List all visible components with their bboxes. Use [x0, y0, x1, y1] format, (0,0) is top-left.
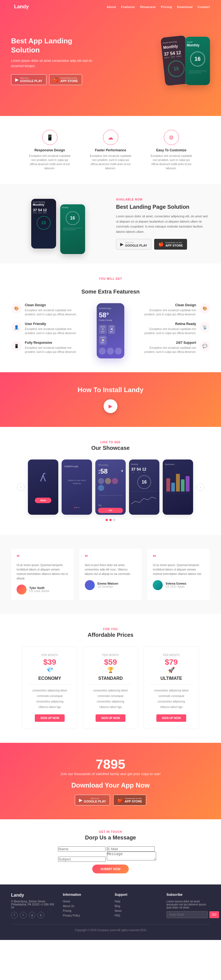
feature-right-2-desc: Excepteur sint occaecat cupidatat non pr… — [143, 327, 196, 335]
cta-apple-icon: 🍎 — [118, 797, 123, 803]
testimonial-1-text: Ut ac lorem ipsum. Quismod temporin inci… — [17, 563, 68, 581]
nav-download[interactable]: Download — [177, 5, 193, 9]
cta-google-button[interactable]: ▶ Get it on GOOGLE PLAY — [75, 795, 110, 805]
nav-pricing[interactable]: Pricing — [161, 5, 172, 9]
pricing-section: FOR YOU Affordable Prices PER MONTH $39 … — [0, 614, 221, 743]
footer-info-link-3[interactable]: Pricing — [63, 909, 107, 912]
hero-description: Lorem ipsum dolor sit amet consectetur a… — [11, 58, 94, 69]
ultimate-features: consectetur adipiscing labori commodo co… — [149, 684, 193, 710]
testimonial-2: " Sed ut pers fictes dolor istr amet, co… — [79, 549, 142, 600]
footer-email-input[interactable] — [167, 911, 208, 918]
quote-icon-1: " — [17, 554, 68, 561]
social-twitter[interactable]: t — [20, 912, 27, 918]
feature-right-1-desc: Excepteur sint occaecat cupidatat non pr… — [143, 308, 196, 317]
standard-feature-2: commodo consequat — [89, 694, 132, 699]
feature-right-3-icon: 💬 — [199, 341, 210, 351]
about-apple-button[interactable]: 🍎 Download on the APP STORE — [154, 239, 187, 250]
footer-support-link-3[interactable]: News — [114, 909, 158, 912]
about-google-button[interactable]: ▶ Get it on GOOGLE PLAY — [116, 239, 151, 250]
contact-email-input[interactable] — [107, 846, 155, 851]
about-phone-2: Monthly 16 — [60, 204, 85, 254]
dot-3[interactable] — [113, 519, 116, 521]
feature-left-2-icon: 👤 — [11, 322, 22, 332]
nav-about[interactable]: About — [107, 5, 116, 9]
contact-message-input[interactable] — [107, 851, 156, 861]
author-2-avatar — [85, 580, 95, 590]
testimonial-2-author: Emma Watson UX Developr — [85, 580, 137, 590]
play-button[interactable]: ▶ — [103, 399, 118, 413]
contact-submit-button[interactable]: SUBMIT NOW — [92, 865, 129, 873]
google-play-icon: ▶ — [15, 77, 19, 82]
nav-features[interactable]: Features — [121, 5, 135, 9]
cta-apple-button[interactable]: 🍎 Download on the APP STORE — [113, 795, 146, 805]
testimonials-grid: " Ut ac lorem ipsum. Quismod temporin in… — [11, 549, 210, 600]
dot-1[interactable] — [105, 519, 108, 521]
feature-right-3: 💬 24/7 Support Excepteur sint occaecat c… — [143, 341, 210, 354]
nav-showcase[interactable]: Showcase — [140, 5, 156, 9]
feature-left-3-title: Fully Responsive — [25, 341, 78, 345]
footer-info-col: Information Home About Us Pricing Privac… — [63, 893, 107, 919]
install-section: How To Install Landy ▶ — [0, 372, 221, 427]
feature-left-2-desc: Excepteur sint occaecat cupidatat non pr… — [25, 327, 78, 335]
about-description: Lorem ipsum dolor sit amet, consectetur … — [116, 214, 210, 234]
feature-right-1: 🎨 Clean Design Excepteur sint occaecat c… — [143, 303, 210, 317]
feature-performance: ☁ Faster Performance Excepteur sint occa… — [88, 130, 133, 170]
contact-name-input[interactable] — [58, 846, 106, 851]
cta-google-icon: ▶ — [79, 797, 82, 803]
economy-signup-button[interactable]: SIGN UP NOW — [35, 714, 65, 722]
cta-apple-label: APP STORE — [125, 800, 142, 803]
economy-feature-1: consectetur adipiscing labori — [28, 688, 72, 694]
footer-subscribe-title: Subscribe — [167, 893, 210, 897]
author-2-name: Emma Watson — [97, 582, 118, 585]
about-google-icon: ▶ — [120, 242, 124, 247]
extra-features-section: YOU WILL GET Some Extra Featuresn 🎨 Clea… — [0, 263, 221, 372]
feature-right-2: 📡 Retina Ready Excepteur sint occaecat c… — [143, 322, 210, 335]
app-store-button[interactable]: 🍎 Download on the APP STORE — [49, 74, 82, 85]
testimonial-3: " Ut ac lorem ipsum. Quismod temporin in… — [147, 549, 210, 600]
author-2-role: UX Developr — [97, 585, 118, 588]
logo: LLandy — [11, 4, 29, 10]
contact-subject-input[interactable] — [58, 857, 106, 862]
customize-icon: ⚙ — [164, 130, 179, 145]
carousel-prev[interactable]: ‹ — [17, 483, 25, 491]
footer-subscribe-button[interactable]: GO — [209, 911, 219, 918]
footer-support-link-2[interactable]: Blog — [114, 905, 158, 908]
author-3-role: UX CEO, Apple — [165, 585, 186, 588]
google-play-button[interactable]: ▶ Get it on GOOGLE PLAY — [11, 74, 46, 85]
standard-period: PER MONTH — [89, 654, 132, 657]
nav-contact[interactable]: Contact — [198, 5, 210, 9]
feature-customize: ⚙ Easy To Customize Excepteur sint occae… — [149, 130, 193, 170]
dot-2[interactable] — [110, 519, 111, 521]
economy-features: consectetur adipiscing labori commodo co… — [28, 684, 72, 710]
feature-right-1-title: Clean Design — [143, 303, 196, 307]
footer-address: © Bixemburg, Simion Street Philadelphia,… — [11, 900, 55, 909]
footer-support-link-4[interactable]: FAQ — [114, 914, 158, 917]
footer-info-link-4[interactable]: Privacy Policy — [63, 914, 107, 917]
standard-signup-button[interactable]: SIGN UP NOW — [95, 714, 126, 722]
download-number: 7895 — [11, 757, 210, 772]
pricing-ultimate: PER MONTH $79 🚀 ULTIMATE consectetur adi… — [144, 646, 199, 729]
social-pinterest[interactable]: p — [38, 912, 44, 918]
app-store-label: APP STORE — [60, 79, 78, 83]
pricing-standard: PER MONTH $59 🏆 STANDARD consectetur adi… — [83, 646, 138, 729]
about-phones: Good Morning Monthly 37 DAYS 54 HRS 12 M… — [11, 199, 105, 248]
footer-info-link-2[interactable]: About Us — [63, 905, 107, 908]
footer-subscribe-desc: Lorem ipsum dolor sit amet quisquam est … — [167, 900, 210, 909]
social-google[interactable]: g — [29, 912, 35, 918]
about-section: Good Morning Monthly 37 DAYS 54 HRS 12 M… — [0, 184, 221, 263]
footer: Landy © Bixemburg, Simion Street Philade… — [0, 885, 221, 940]
footer-support-link-1[interactable]: Help — [114, 900, 158, 903]
download-cta-section: 7895 Join our thousands of satisfied fam… — [0, 743, 221, 819]
features-grid: 🎨 Clean Design Excepteur sint occaecat c… — [11, 303, 210, 358]
ultimate-feature-4: Ullamco labori ligo — [149, 705, 193, 710]
about-label: AVAILABLE NOW — [116, 198, 210, 201]
download-subtitle: Join our thousands of satisfied family a… — [11, 772, 210, 776]
footer-info-link-1[interactable]: Home — [63, 900, 107, 903]
about-apple-icon: 🍎 — [158, 242, 164, 247]
social-facebook[interactable]: f — [11, 912, 17, 918]
ultimate-signup-button[interactable]: SIGN UP NOW — [156, 714, 186, 722]
feature-right-1-icon: 🎨 — [199, 303, 210, 314]
carousel-next[interactable]: › — [196, 483, 204, 491]
extra-pre-label: YOU WILL GET — [11, 277, 210, 280]
about-title: Best Landing Page Solution — [116, 203, 210, 210]
